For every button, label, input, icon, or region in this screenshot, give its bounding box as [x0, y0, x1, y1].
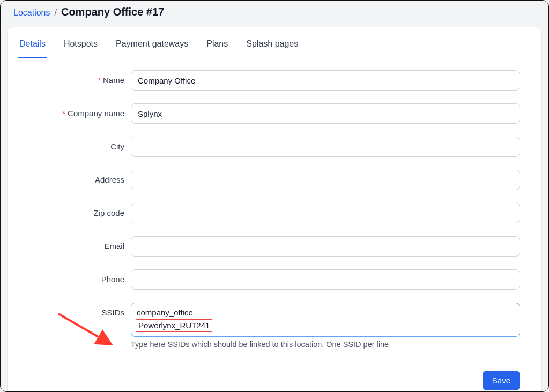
ssids-hint: Type here SSIDs which should be linked t… [131, 340, 520, 349]
label-email: Email [29, 236, 131, 257]
required-marker: * [62, 109, 65, 118]
breadcrumb-separator: / [55, 8, 57, 18]
label-name: *Name [29, 70, 131, 91]
label-city: City [29, 137, 131, 157]
city-input[interactable] [131, 137, 520, 157]
ssids-input[interactable]: company_office Powerlynx_RUT241 [131, 303, 520, 337]
email-input[interactable] [131, 236, 520, 257]
save-button[interactable]: Save [483, 371, 520, 390]
tab-details[interactable]: Details [18, 39, 47, 58]
tab-hotspots[interactable]: Hotspots [63, 39, 99, 58]
company-name-input[interactable] [131, 103, 520, 124]
label-phone: Phone [29, 269, 131, 290]
label-ssids: SSIDs [29, 303, 131, 323]
details-form: *Name *Company name City [8, 58, 541, 349]
ssid-line-highlighted: Powerlynx_RUT241 [136, 319, 212, 332]
tab-splash-pages[interactable]: Splash pages [245, 39, 299, 58]
label-zip: Zip code [29, 203, 131, 223]
tab-plans[interactable]: Plans [205, 39, 229, 58]
breadcrumb-parent-link[interactable]: Locations [13, 8, 50, 18]
breadcrumb: Locations / Company Office #17 [1, 1, 548, 24]
address-input[interactable] [131, 170, 520, 190]
ssid-line: company_office [136, 306, 515, 319]
details-card: Details Hotspots Payment gateways Plans … [7, 27, 542, 392]
tabs: Details Hotspots Payment gateways Plans … [8, 27, 541, 58]
name-input[interactable] [131, 70, 520, 91]
label-address: Address [29, 170, 131, 190]
phone-input[interactable] [131, 269, 520, 290]
zip-input[interactable] [131, 203, 520, 223]
breadcrumb-current: Company Office #17 [61, 6, 164, 18]
required-marker: * [98, 76, 101, 85]
label-company-name: *Company name [29, 103, 131, 124]
tab-payment-gateways[interactable]: Payment gateways [115, 39, 189, 58]
